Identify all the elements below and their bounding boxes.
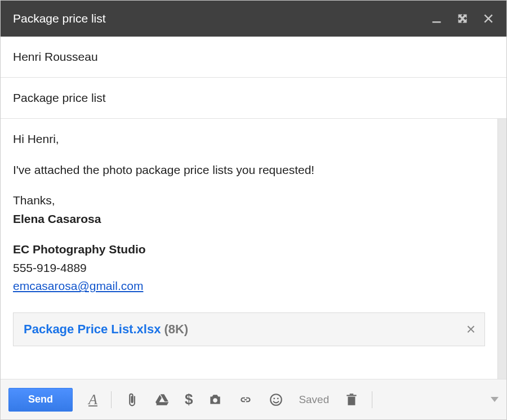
link-icon[interactable] [238, 392, 254, 408]
body-email-link[interactable]: emcasarosa@gmail.com [13, 279, 143, 292]
titlebar: Package price list [1, 1, 506, 37]
body-greeting: Hi Henri, [13, 130, 485, 149]
body-line: I've attached the photo package price li… [13, 161, 485, 180]
close-icon[interactable] [483, 13, 494, 24]
send-button[interactable]: Send [8, 388, 73, 412]
drive-icon[interactable] [154, 392, 170, 408]
formatting-icon[interactable]: A [87, 392, 99, 407]
saved-label: Saved [299, 394, 329, 406]
bottom-toolbar: Send A $ Saved [1, 379, 506, 419]
fullscreen-icon[interactable] [457, 13, 468, 24]
toolbar-divider-2 [372, 391, 372, 408]
window-title: Package price list [13, 12, 431, 25]
body-sender-name: Elena Casarosa [13, 210, 485, 229]
subject-value: Package price list [13, 91, 106, 105]
money-icon[interactable]: $ [185, 391, 193, 408]
body-phone: 555-919-4889 [13, 259, 485, 278]
toolbar-divider [111, 391, 112, 408]
attachment-chip[interactable]: Package Price List.xlsx (8K) × [13, 312, 485, 346]
to-field[interactable]: Henri Rousseau [1, 37, 506, 78]
body-area: Hi Henri, I've attached the photo packag… [1, 119, 506, 379]
trash-icon[interactable] [344, 392, 359, 408]
body-studio: EC Photography Studio [13, 240, 485, 259]
to-value: Henri Rousseau [13, 50, 98, 64]
subject-field[interactable]: Package price list [1, 78, 506, 119]
svg-rect-0 [433, 21, 441, 23]
window-controls [431, 13, 494, 24]
svg-point-2 [271, 394, 282, 405]
attachment-size: (8K) [164, 320, 188, 339]
camera-icon[interactable] [207, 392, 223, 408]
scrollbar[interactable] [497, 119, 506, 379]
compose-window: Package price list Henri Rousseau Packag… [0, 0, 507, 420]
attachment-remove-icon[interactable]: × [466, 321, 475, 337]
attach-file-icon[interactable] [124, 392, 140, 408]
more-options-icon[interactable] [491, 397, 499, 402]
attachment-name: Package Price List.xlsx [24, 320, 161, 339]
minimize-icon[interactable] [431, 13, 442, 24]
body-thanks: Thanks, [13, 191, 485, 210]
emoji-icon[interactable] [268, 392, 284, 408]
svg-point-3 [274, 397, 275, 399]
svg-point-4 [277, 397, 279, 399]
svg-point-1 [214, 398, 218, 403]
message-body[interactable]: Hi Henri, I've attached the photo packag… [1, 119, 497, 379]
